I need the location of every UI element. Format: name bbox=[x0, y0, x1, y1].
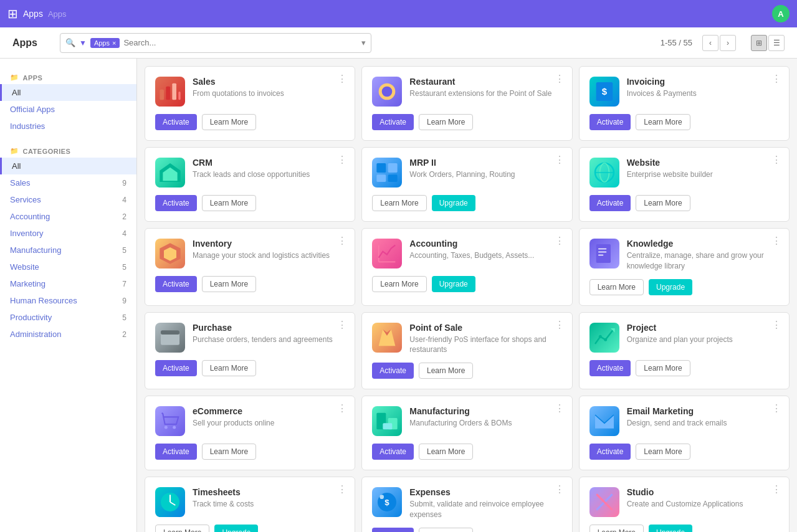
activate-button[interactable]: Activate bbox=[155, 360, 197, 376]
upgrade-button[interactable]: Upgrade bbox=[649, 279, 692, 295]
sidebar-item-cat-sales[interactable]: Sales 9 bbox=[0, 174, 136, 191]
app-name: Manufacturing bbox=[409, 406, 561, 416]
activate-button[interactable]: Activate bbox=[372, 363, 414, 379]
activate-button[interactable]: Activate bbox=[589, 444, 631, 460]
svg-rect-11 bbox=[388, 163, 398, 173]
app-info: eCommerce Sell your products online bbox=[193, 406, 345, 429]
learn-more-button[interactable]: Learn More bbox=[589, 525, 644, 532]
learn-more-button[interactable]: Learn More bbox=[202, 360, 256, 376]
app-desc: Enterprise website builder bbox=[627, 169, 779, 180]
app-actions: ActivateLearn More bbox=[155, 360, 345, 376]
activate-button[interactable]: Activate bbox=[372, 114, 414, 130]
app-menu-button[interactable]: ⋮ bbox=[555, 404, 565, 414]
navbar-avatar[interactable]: A bbox=[772, 5, 790, 22]
activate-button[interactable]: Activate bbox=[155, 195, 197, 211]
svg-point-33 bbox=[173, 426, 176, 429]
learn-more-button[interactable]: Learn More bbox=[419, 363, 473, 379]
upgrade-button[interactable]: Upgrade bbox=[432, 195, 475, 211]
search-dropdown-icon[interactable]: ▾ bbox=[361, 38, 366, 47]
upgrade-button[interactable]: Upgrade bbox=[214, 525, 258, 532]
app-icon bbox=[155, 77, 185, 107]
learn-more-button[interactable]: Learn More bbox=[636, 444, 690, 460]
learn-more-button[interactable]: Learn More bbox=[202, 276, 256, 292]
search-input[interactable] bbox=[123, 38, 358, 47]
app-grid: Sales From quotations to invoices ⋮ Acti… bbox=[145, 66, 790, 532]
activate-button[interactable]: Activate bbox=[589, 114, 631, 130]
app-menu-button[interactable]: ⋮ bbox=[555, 236, 565, 246]
app-menu-button[interactable]: ⋮ bbox=[555, 74, 565, 84]
prev-page-button[interactable]: ‹ bbox=[702, 35, 718, 51]
app-icon bbox=[372, 158, 402, 188]
app-menu-button[interactable]: ⋮ bbox=[337, 74, 347, 84]
sidebar-item-cat-accounting[interactable]: Accounting 2 bbox=[0, 208, 136, 225]
activate-button[interactable]: Activate bbox=[155, 444, 197, 460]
sidebar-item-industries[interactable]: Industries bbox=[0, 118, 136, 135]
sidebar-item-official-apps[interactable]: Official Apps bbox=[0, 101, 136, 118]
svg-rect-21 bbox=[596, 244, 610, 263]
app-menu-button[interactable]: ⋮ bbox=[771, 404, 781, 414]
learn-more-button[interactable]: Learn More bbox=[372, 276, 426, 292]
app-card-header: Inventory Manage your stock and logistic… bbox=[155, 239, 345, 268]
learn-more-button[interactable]: Learn More bbox=[202, 114, 256, 130]
sidebar-item-cat-administration[interactable]: Administration 2 bbox=[0, 326, 136, 343]
app-menu-button[interactable]: ⋮ bbox=[337, 155, 347, 165]
app-menu-button[interactable]: ⋮ bbox=[337, 485, 347, 495]
upgrade-button[interactable]: Upgrade bbox=[432, 276, 475, 292]
sidebar-item-apps-all[interactable]: All bbox=[0, 84, 136, 101]
app-menu-button[interactable]: ⋮ bbox=[771, 74, 781, 84]
app-menu-button[interactable]: ⋮ bbox=[771, 236, 781, 246]
learn-more-button[interactable]: Learn More bbox=[155, 525, 209, 532]
kanban-view-button[interactable]: ⊞ bbox=[751, 35, 767, 51]
app-card: Website Enterprise website builder ⋮ Act… bbox=[579, 147, 790, 222]
learn-more-button[interactable]: Learn More bbox=[202, 444, 256, 460]
svg-point-30 bbox=[598, 335, 601, 338]
activate-button[interactable]: Activate bbox=[589, 360, 631, 376]
sidebar-item-cat-manufacturing[interactable]: Manufacturing 5 bbox=[0, 242, 136, 259]
search-filter-badge[interactable]: Apps × bbox=[90, 38, 120, 48]
app-card-header: eCommerce Sell your products online bbox=[155, 406, 345, 436]
sidebar-item-cat-productivity[interactable]: Productivity 5 bbox=[0, 309, 136, 326]
sidebar-item-cat-services[interactable]: Services 4 bbox=[0, 191, 136, 208]
sidebar: 📁 APPS All Official Apps Industries 📁 CA… bbox=[0, 59, 137, 532]
learn-more-button[interactable]: Learn More bbox=[419, 114, 473, 130]
sidebar-item-cat-marketing[interactable]: Marketing 7 bbox=[0, 275, 136, 292]
app-menu-button[interactable]: ⋮ bbox=[555, 485, 565, 495]
activate-button[interactable]: Activate bbox=[372, 528, 414, 532]
app-menu-button[interactable]: ⋮ bbox=[337, 320, 347, 330]
learn-more-button[interactable]: Learn More bbox=[419, 528, 473, 532]
learn-more-button[interactable]: Learn More bbox=[372, 195, 426, 211]
app-menu-button[interactable]: ⋮ bbox=[771, 320, 781, 330]
learn-more-button[interactable]: Learn More bbox=[636, 360, 690, 376]
app-actions: ActivateLearn More bbox=[372, 114, 561, 130]
navbar-apps-label1: Apps bbox=[23, 9, 43, 19]
sidebar-item-cat-website[interactable]: Website 5 bbox=[0, 259, 136, 275]
app-menu-button[interactable]: ⋮ bbox=[771, 485, 781, 495]
app-menu-button[interactable]: ⋮ bbox=[337, 404, 347, 414]
sidebar-item-cat-inventory[interactable]: Inventory 4 bbox=[0, 225, 136, 242]
learn-more-button[interactable]: Learn More bbox=[419, 444, 473, 460]
activate-button[interactable]: Activate bbox=[155, 276, 197, 292]
learn-more-button[interactable]: Learn More bbox=[202, 195, 256, 211]
learn-more-button[interactable]: Learn More bbox=[589, 279, 644, 295]
app-menu-button[interactable]: ⋮ bbox=[771, 155, 781, 165]
app-actions: Learn MoreUpgrade bbox=[372, 195, 561, 211]
filter-badge-close[interactable]: × bbox=[112, 39, 116, 47]
app-card: Restaurant Restaurant extensions for the… bbox=[361, 66, 572, 141]
sidebar-item-cat-all[interactable]: All bbox=[0, 158, 136, 174]
grid-icon[interactable]: ⊞ bbox=[7, 6, 18, 21]
learn-more-button[interactable]: Learn More bbox=[636, 195, 690, 211]
app-menu-button[interactable]: ⋮ bbox=[555, 155, 565, 165]
app-name: Expenses bbox=[409, 487, 561, 497]
activate-button[interactable]: Activate bbox=[589, 195, 631, 211]
next-page-button[interactable]: › bbox=[720, 35, 736, 51]
app-menu-button[interactable]: ⋮ bbox=[555, 320, 565, 330]
view-toggle: ⊞ ☰ bbox=[751, 35, 785, 51]
app-card: Point of Sale User-friendly PoS interfac… bbox=[361, 312, 572, 390]
upgrade-button[interactable]: Upgrade bbox=[649, 525, 692, 532]
activate-button[interactable]: Activate bbox=[155, 114, 197, 130]
learn-more-button[interactable]: Learn More bbox=[636, 114, 690, 130]
app-menu-button[interactable]: ⋮ bbox=[337, 236, 347, 246]
sidebar-item-cat-hr[interactable]: Human Resources 9 bbox=[0, 292, 136, 309]
activate-button[interactable]: Activate bbox=[372, 444, 414, 460]
list-view-button[interactable]: ☰ bbox=[768, 35, 785, 51]
